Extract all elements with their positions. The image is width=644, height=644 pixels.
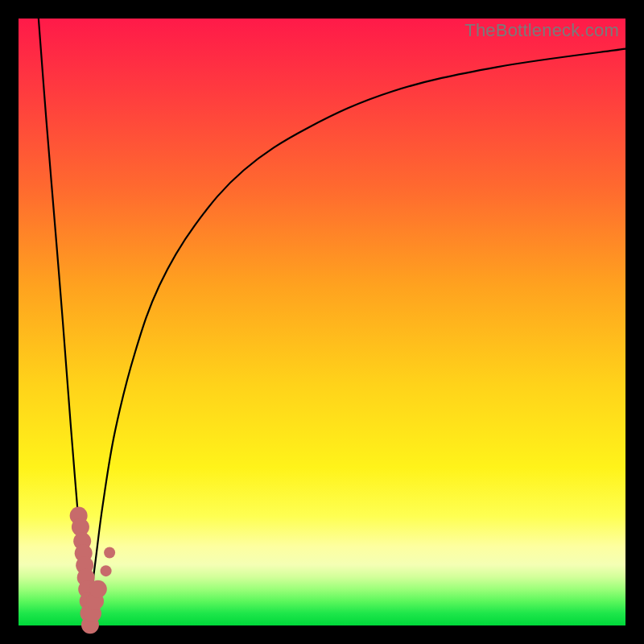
marker-cluster — [70, 507, 115, 634]
curve-right-branch — [87, 49, 625, 625]
marker-dot — [89, 580, 107, 598]
marker-dot — [101, 565, 112, 576]
plot-area: TheBottleneck.com — [19, 19, 625, 625]
chart-frame: TheBottleneck.com — [0, 0, 644, 644]
chart-svg — [19, 19, 625, 625]
marker-dot — [104, 547, 115, 559]
